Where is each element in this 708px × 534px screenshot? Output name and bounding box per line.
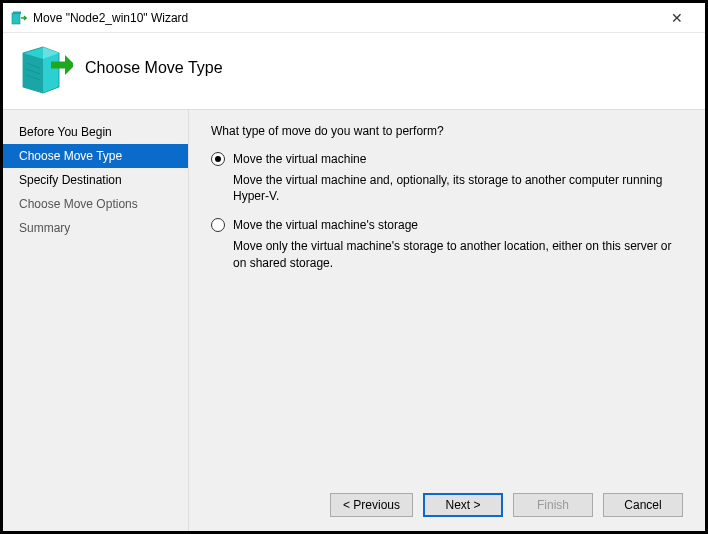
radio-move-storage-desc: Move only the virtual machine's storage … bbox=[233, 238, 683, 270]
window-title: Move "Node2_win10" Wizard bbox=[33, 11, 657, 25]
sidebar-item-summary: Summary bbox=[3, 216, 188, 240]
svg-rect-0 bbox=[12, 13, 20, 24]
header-banner: Choose Move Type bbox=[3, 33, 705, 109]
close-button[interactable]: ✕ bbox=[657, 10, 697, 26]
page-heading: Choose Move Type bbox=[85, 59, 223, 77]
sidebar-item-choose-move-options: Choose Move Options bbox=[3, 192, 188, 216]
option-move-vm[interactable]: Move the virtual machine bbox=[211, 152, 683, 166]
wizard-body: Before You Begin Choose Move Type Specif… bbox=[3, 109, 705, 531]
sidebar-item-specify-destination[interactable]: Specify Destination bbox=[3, 168, 188, 192]
app-icon bbox=[11, 10, 27, 26]
step-sidebar: Before You Begin Choose Move Type Specif… bbox=[3, 110, 188, 531]
svg-marker-3 bbox=[23, 53, 43, 93]
wizard-window: Move "Node2_win10" Wizard ✕ Choose Move … bbox=[3, 3, 705, 531]
next-button[interactable]: Next > bbox=[423, 493, 503, 517]
titlebar: Move "Node2_win10" Wizard ✕ bbox=[3, 3, 705, 33]
cancel-button[interactable]: Cancel bbox=[603, 493, 683, 517]
svg-rect-1 bbox=[13, 11, 21, 14]
banner-icon bbox=[21, 41, 69, 95]
radio-move-vm-desc: Move the virtual machine and, optionally… bbox=[233, 172, 683, 204]
radio-move-vm-label[interactable]: Move the virtual machine bbox=[233, 152, 366, 166]
footer-buttons: < Previous Next > Finish Cancel bbox=[211, 481, 683, 521]
radio-move-storage[interactable] bbox=[211, 218, 225, 232]
content-panel: What type of move do you want to perform… bbox=[188, 110, 705, 531]
prompt-text: What type of move do you want to perform… bbox=[211, 124, 683, 138]
previous-button[interactable]: < Previous bbox=[330, 493, 413, 517]
finish-button: Finish bbox=[513, 493, 593, 517]
option-move-storage[interactable]: Move the virtual machine's storage bbox=[211, 218, 683, 232]
sidebar-item-choose-move-type[interactable]: Choose Move Type bbox=[3, 144, 188, 168]
radio-move-storage-label[interactable]: Move the virtual machine's storage bbox=[233, 218, 418, 232]
radio-move-vm[interactable] bbox=[211, 152, 225, 166]
sidebar-item-before-you-begin[interactable]: Before You Begin bbox=[3, 120, 188, 144]
